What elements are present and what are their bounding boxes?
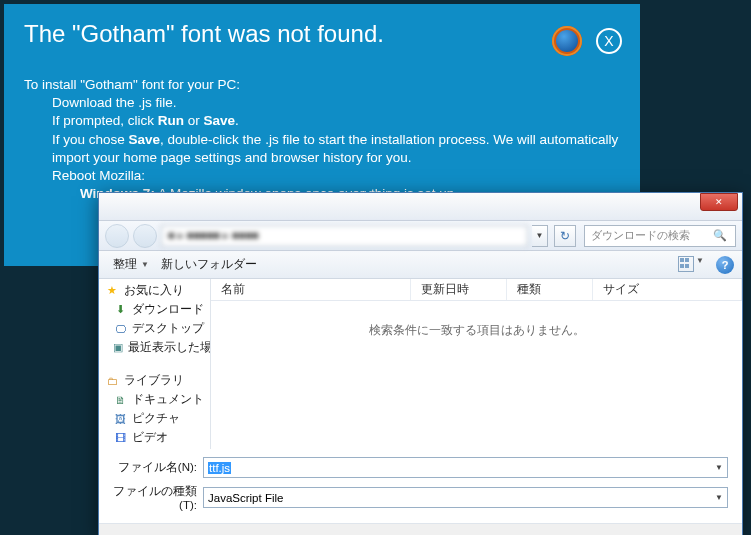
filename-fields: ファイル名(N): ttf.js ▼ ファイルの種類(T): JavaScrip… <box>99 449 742 523</box>
sidebar-pictures[interactable]: 🖼ピクチャ <box>99 409 210 428</box>
col-name[interactable]: 名前 <box>211 279 411 300</box>
panel-title: The "Gotham" font was not found. <box>24 20 620 48</box>
dialog-toolbar: 整理 ▼ 新しいフォルダー ▼ ? <box>99 251 742 279</box>
library-icon: 🗀 <box>105 374 119 388</box>
sidebar-documents[interactable]: 🗎ドキュメント <box>99 390 210 409</box>
step-download: Download the .js file. <box>24 94 620 112</box>
filename-input[interactable]: ttf.js ▼ <box>203 457 728 478</box>
sidebar-music[interactable]: ♪ミュージック <box>99 447 210 449</box>
document-icon: 🗎 <box>113 393 127 407</box>
search-icon: 🔍 <box>711 226 729 246</box>
filetype-value: JavaScript File <box>208 492 283 504</box>
panel-close-button[interactable]: X <box>596 28 622 54</box>
search-placeholder: ダウンロードの検索 <box>591 228 690 243</box>
nav-forward-button[interactable] <box>133 224 157 248</box>
sidebar-downloads[interactable]: ⬇ダウンロード <box>99 300 210 319</box>
organize-menu[interactable]: 整理 ▼ <box>107 254 155 275</box>
chevron-down-icon[interactable]: ▼ <box>711 488 727 507</box>
col-size[interactable]: サイズ <box>593 279 742 300</box>
chevron-down-icon: ▼ <box>696 256 704 274</box>
col-date[interactable]: 更新日時 <box>411 279 507 300</box>
picture-icon: 🖼 <box>113 412 127 426</box>
path-dropdown[interactable]: ▼ <box>532 225 548 247</box>
col-type[interactable]: 種類 <box>507 279 593 300</box>
desktop-icon: 🖵 <box>113 322 127 336</box>
dialog-navbar: ■ ▸ ■■■■■ ▸ ■■■■ ▼ ↻ ダウンロードの検索 🔍 <box>99 221 742 251</box>
sidebar-libraries[interactable]: 🗀ライブラリ <box>99 371 210 390</box>
sidebar-favorites[interactable]: ★お気に入り <box>99 281 210 300</box>
save-dialog: ✕ ■ ▸ ■■■■■ ▸ ■■■■ ▼ ↻ ダウンロードの検索 🔍 整理 ▼ … <box>98 192 743 535</box>
panel-body: To install "Gotham" font for your PC: Do… <box>24 76 620 204</box>
chevron-down-icon: ▼ <box>141 260 149 269</box>
dialog-body: ★お気に入り ⬇ダウンロード 🖵デスクトップ ▣最近表示した場所 🗀ライブラリ … <box>99 279 742 449</box>
chevron-down-icon[interactable]: ▼ <box>711 458 727 477</box>
filetype-select[interactable]: JavaScript File ▼ <box>203 487 728 508</box>
dialog-footer: ˄ フォルダーの非表示 保存(S) キャンセル <box>99 523 742 535</box>
sidebar-recent[interactable]: ▣最近表示した場所 <box>99 338 210 357</box>
help-icon[interactable]: ? <box>716 256 734 274</box>
file-list-pane: 名前 更新日時 種類 サイズ 検索条件に一致する項目はありません。 <box>211 279 742 449</box>
step-prompt: If prompted, click Run or Save. <box>24 112 620 130</box>
download-icon: ⬇ <box>113 303 127 317</box>
intro-line: To install "Gotham" font for your PC: <box>24 76 620 94</box>
sidebar-videos[interactable]: 🎞ビデオ <box>99 428 210 447</box>
folder-sidebar: ★お気に入り ⬇ダウンロード 🖵デスクトップ ▣最近表示した場所 🗀ライブラリ … <box>99 279 211 449</box>
refresh-button[interactable]: ↻ <box>554 225 576 247</box>
star-icon: ★ <box>105 284 119 298</box>
filename-value: ttf.js <box>208 462 231 474</box>
view-options-button[interactable]: ▼ <box>678 256 710 274</box>
filename-label: ファイル名(N): <box>113 460 203 475</box>
firefox-icon <box>552 26 582 56</box>
sidebar-desktop[interactable]: 🖵デスクトップ <box>99 319 210 338</box>
filetype-label: ファイルの種類(T): <box>113 484 203 511</box>
column-headers: 名前 更新日時 種類 サイズ <box>211 279 742 301</box>
step-reboot: Reboot Mozilla: <box>24 167 620 185</box>
breadcrumb-path[interactable]: ■ ▸ ■■■■■ ▸ ■■■■ <box>161 225 528 247</box>
search-input[interactable]: ダウンロードの検索 🔍 <box>584 225 736 247</box>
empty-message: 検索条件に一致する項目はありません。 <box>211 301 742 338</box>
nav-back-button[interactable] <box>105 224 129 248</box>
new-folder-button[interactable]: 新しいフォルダー <box>155 254 263 275</box>
step-save: If you chose Save, double-click the .js … <box>24 131 620 167</box>
video-icon: 🎞 <box>113 431 127 445</box>
dialog-titlebar[interactable]: ✕ <box>99 193 742 221</box>
dialog-close-button[interactable]: ✕ <box>700 193 738 211</box>
recent-icon: ▣ <box>113 341 123 355</box>
